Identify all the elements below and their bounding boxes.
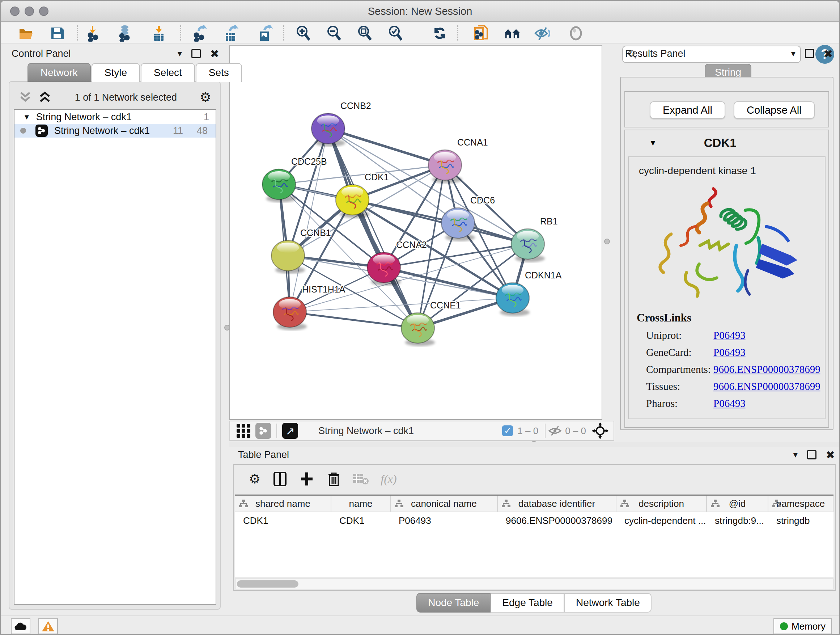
delete-column-icon[interactable] [327,471,341,487]
crosslink-link[interactable]: P06493 [714,347,745,358]
hidden-eye-slash-icon[interactable] [548,425,562,437]
scrollbar-thumb[interactable] [237,580,298,587]
toolbar-separator [545,424,546,438]
gear-icon[interactable]: ⚙ [200,91,211,104]
tab-network[interactable]: Network [27,63,91,82]
edge-HIST1H1A-CCNE1[interactable] [290,312,418,328]
results-panel-title: Results Panel [625,48,685,59]
table-cell[interactable]: P06493 [391,512,498,529]
column-header-description[interactable]: description [616,496,707,511]
collapse-section-icon[interactable]: ▼ [649,138,657,148]
collapse-all-icon[interactable] [18,91,33,103]
edge-CCNB2-CCNE1[interactable] [328,128,418,328]
grid-view-icon[interactable] [237,424,250,438]
close-panel-icon[interactable]: ✖ [826,448,835,461]
tab-select[interactable]: Select [141,63,195,82]
crosslink-link[interactable]: P06493 [714,329,745,341]
float-panel-icon[interactable] [807,450,816,459]
home-icon[interactable] [504,25,521,42]
show-columns-icon[interactable] [273,471,287,487]
node-CDK1[interactable]: CDK1 [336,172,389,218]
save-session-icon[interactable] [49,25,66,42]
collapse-panel-icon[interactable]: ▾ [178,49,182,59]
network-view-title: String Network – cdk1 [318,425,414,437]
horizontal-splitter[interactable] [229,442,840,447]
close-panel-icon[interactable]: ✖ [824,48,833,60]
table-cell[interactable]: 9606.ENSP00000378699 [498,512,616,529]
hide-selected-icon[interactable] [534,25,551,42]
refresh-icon[interactable] [431,25,448,42]
node-CCNA1[interactable]: CCNA1 [428,137,488,183]
crosslink-link[interactable]: P06493 [714,397,745,409]
table-cell[interactable]: CDK1 [332,512,391,529]
selected-checkbox-icon[interactable]: ✓ [502,425,513,436]
node-CCNB1[interactable]: CCNB1 [271,228,331,274]
node-CCNE1[interactable]: CCNE1 [401,300,461,346]
column-header-name[interactable]: name [332,496,391,511]
network-view-canvas[interactable]: CCNB2CCNA1CDC25BCDK1CDC6RB1CCNB1CCNA2CDK… [229,45,602,420]
export-image-icon[interactable] [256,25,273,42]
zoom-out-icon[interactable] [325,25,343,42]
close-panel-icon[interactable]: ✖ [210,48,219,60]
node-HIST1H1A[interactable]: HIST1H1A [273,284,346,330]
float-panel-icon[interactable] [805,49,814,58]
node-RB1[interactable]: RB1 [511,216,558,262]
column-header--id[interactable]: @id [707,496,768,511]
tab-edge-table[interactable]: Edge Table [491,593,564,613]
expand-all-button[interactable]: Expand All [650,101,725,119]
network-collection-row[interactable]: ▼ String Network – cdk1 1 [14,110,216,124]
application-window: Session: New Session [0,0,840,635]
add-column-icon[interactable] [300,471,314,487]
table-horizontal-scrollbar[interactable] [235,578,834,589]
tab-network-table[interactable]: Network Table [564,593,652,613]
crosslink-link[interactable]: 9606.ENSP00000378699 [714,363,821,375]
zoom-in-icon[interactable] [295,25,312,42]
edge-CCNB2-CCNA1[interactable] [328,128,445,165]
window-title: Session: New Session [1,5,839,17]
export-table-icon[interactable] [223,25,240,42]
float-panel-icon[interactable] [191,49,201,58]
import-table-file-icon[interactable] [150,25,167,42]
zoom-selected-icon[interactable] [387,25,404,42]
crosslink-link[interactable]: 9606.ENSP00000378699 [714,380,821,393]
open-session-icon[interactable] [17,25,35,42]
tab-node-table[interactable]: Node Table [416,593,491,613]
table-row[interactable]: CDK1CDK1P064939606.ENSP00000378699cyclin… [235,512,834,529]
fit-content-crosshair-icon[interactable] [592,423,608,439]
export-network-icon[interactable] [192,25,209,42]
memory-button[interactable]: Memory [774,618,832,634]
zoom-fit-icon[interactable] [356,25,374,42]
warning-button[interactable] [38,618,58,634]
table-tabs: Node TableEdge TableNetwork Table [229,593,838,613]
collapse-all-button[interactable]: Collapse All [734,101,815,119]
duplicate-network-icon[interactable] [472,25,490,42]
table-settings-gear-icon[interactable]: ⚙ [249,472,261,486]
import-network-file-icon[interactable] [86,25,103,42]
expand-all-icon[interactable] [38,91,52,103]
node-label-CCNB1: CCNB1 [300,228,331,238]
vertical-splitter-handle[interactable] [604,239,610,244]
collapse-panel-icon[interactable]: ▾ [791,49,796,59]
column-header-shared-name[interactable]: shared name [235,496,332,511]
show-all-icon[interactable] [567,25,584,42]
network-row-selected[interactable]: String Network – cdk1 11 48 [14,124,216,138]
table-panel-title: Table Panel [238,449,289,461]
edge-CDK1-RB1[interactable] [352,200,528,244]
column-header-database-identifier[interactable]: database identifier [498,496,616,511]
column-header-namespace[interactable]: namespace [768,496,834,511]
collapse-panel-icon[interactable]: ▾ [793,450,798,460]
cloud-icon [14,622,27,631]
table-cell[interactable]: stringdb [768,512,834,529]
import-network-database-icon[interactable] [117,25,134,42]
tab-sets[interactable]: Sets [196,63,242,82]
column-header-canonical-name[interactable]: canonical name [391,496,498,511]
cloud-button[interactable] [11,618,30,634]
tab-style[interactable]: Style [92,63,140,82]
detach-view-icon[interactable]: ↗ [282,423,298,439]
node-CDKN1A[interactable]: CDKN1A [496,270,562,316]
table-cell[interactable]: cyclin-dependent ... [616,512,707,529]
table-cell[interactable]: stringdb:9... [707,512,768,529]
network-share-icon[interactable] [256,423,271,439]
table-cell[interactable]: CDK1 [235,512,332,529]
tree-expander-icon[interactable]: ▼ [23,113,30,121]
